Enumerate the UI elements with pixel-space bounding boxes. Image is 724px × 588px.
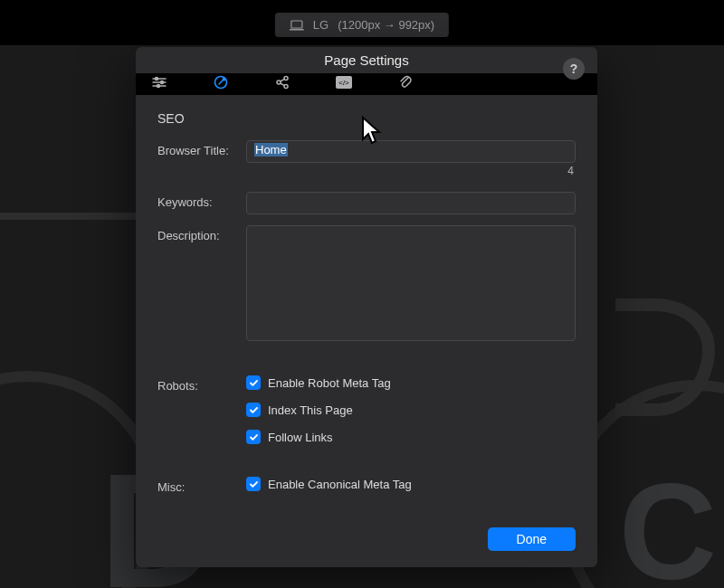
svg-text:</>: </>	[338, 79, 349, 87]
svg-point-5	[161, 81, 164, 83]
svg-rect-1	[290, 29, 304, 31]
svg-point-11	[284, 76, 288, 80]
panel-footer: Done	[136, 527, 597, 567]
checkbox-label-enable-robot: Enable Robot Meta Tag	[268, 376, 391, 390]
panel-header: Page Settings ?	[136, 47, 597, 73]
tab-bar: </>	[136, 73, 597, 95]
laptop-icon	[290, 20, 304, 31]
label-keywords: Keywords:	[157, 192, 246, 209]
tab-attachments[interactable]	[395, 73, 416, 95]
svg-rect-0	[291, 21, 302, 28]
paperclip-icon	[397, 74, 414, 94]
checkbox-enable-canonical[interactable]	[246, 477, 261, 491]
checkbox-label-follow-links: Follow Links	[268, 431, 333, 444]
label-description: Description:	[157, 225, 246, 242]
label-browser-title: Browser Title:	[157, 140, 246, 157]
target-icon	[213, 74, 229, 94]
page-settings-panel: Page Settings ?	[136, 47, 597, 567]
seo-form: SEO Browser Title: Home 4 Keywords: Desc…	[136, 95, 597, 527]
code-icon: </>	[335, 75, 353, 93]
checkbox-label-enable-canonical: Enable Canonical Meta Tag	[268, 478, 412, 491]
panel-title: Page Settings	[324, 52, 408, 68]
breakpoint-device: LG	[313, 18, 329, 32]
svg-line-14	[281, 83, 285, 86]
checkbox-label-index-page: Index This Page	[268, 403, 353, 417]
browser-title-char-count: 4	[246, 165, 574, 177]
tab-code[interactable]: </>	[333, 73, 355, 95]
svg-point-7	[157, 84, 160, 87]
label-robots: Robots:	[157, 375, 246, 393]
section-title-seo: SEO	[157, 111, 576, 126]
svg-line-13	[281, 79, 285, 81]
tab-seo[interactable]	[210, 73, 232, 95]
svg-point-9	[223, 78, 224, 80]
breakpoint-range: (1200px → 992px)	[338, 18, 434, 32]
description-input[interactable]	[246, 225, 576, 341]
tab-general[interactable]	[148, 73, 170, 95]
keywords-input[interactable]	[246, 192, 576, 214]
svg-point-12	[284, 84, 288, 88]
svg-point-10	[277, 81, 281, 84]
sliders-icon	[151, 74, 167, 94]
label-misc: Misc:	[157, 477, 246, 494]
svg-point-3	[156, 77, 158, 80]
checkbox-index-page[interactable]	[246, 403, 261, 417]
checkbox-follow-links[interactable]	[246, 430, 261, 444]
share-icon	[274, 74, 291, 94]
breakpoint-selector[interactable]: LG (1200px → 992px)	[275, 13, 449, 37]
browser-title-input[interactable]	[246, 140, 576, 163]
tab-social[interactable]	[272, 73, 293, 95]
help-button[interactable]: ?	[563, 58, 585, 80]
done-button[interactable]: Done	[488, 527, 576, 551]
checkbox-enable-robot[interactable]	[246, 375, 261, 390]
help-icon: ?	[570, 62, 578, 76]
